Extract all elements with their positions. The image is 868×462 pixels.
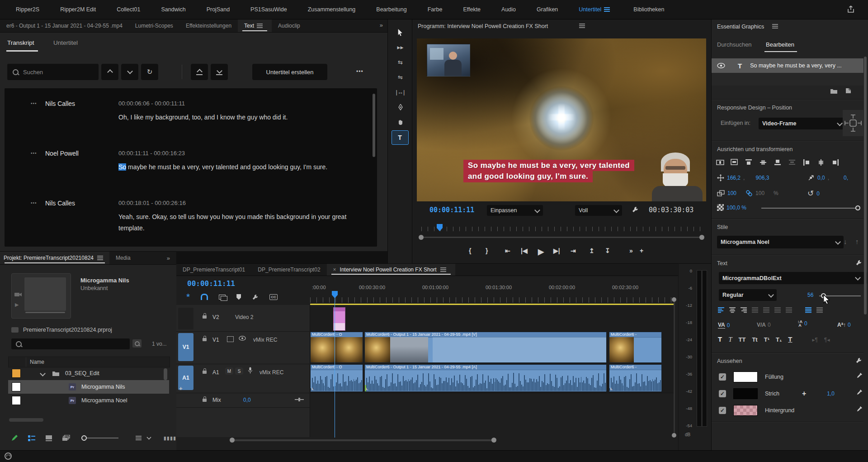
faux-italic-button[interactable]: T <box>728 336 732 343</box>
timeline-timecode[interactable]: 00:00:11:11 <box>187 279 235 288</box>
workspace-item-bearbeitung[interactable]: Bearbeitung <box>376 6 406 13</box>
align-text-right-button[interactable] <box>741 307 747 313</box>
sort-button[interactable] <box>133 437 151 439</box>
automate-to-sequence-button[interactable]: ▮▮▮▮ <box>164 435 176 441</box>
label-color-swatch[interactable] <box>12 369 21 378</box>
audio-clip[interactable]: MultiCorder6 - OL <box>310 364 363 392</box>
opacity-value[interactable]: 100,0 % <box>726 205 746 211</box>
solo-button[interactable]: S <box>235 367 243 375</box>
new-layer-button[interactable] <box>845 87 852 94</box>
appearance-properties-button[interactable] <box>855 357 862 364</box>
workspace-item-untertitel[interactable]: Untertitel <box>579 6 613 13</box>
tab-sequence-1[interactable]: DP_PremiereTranscript01 <box>176 264 251 276</box>
hand-tool[interactable] <box>388 114 413 129</box>
justify-all-button[interactable] <box>786 307 792 313</box>
add-track-button[interactable]: + <box>179 385 183 392</box>
track-a1-header[interactable]: A1 A1 M S vMix REC + <box>176 364 310 393</box>
project-item-microgamma-noel[interactable]: PrMicrogamma Noel <box>8 394 169 407</box>
workspace-item-projsand[interactable]: ProjSand <box>207 6 230 13</box>
audio-clip[interactable]: MultiCorder6 -L <box>609 364 662 392</box>
a1-track-label[interactable]: vMix REC <box>259 369 283 376</box>
add-marker-icon[interactable] <box>236 294 241 300</box>
freeform-view-button[interactable] <box>62 435 71 441</box>
program-timecode[interactable]: 00:00:11:11 <box>429 206 474 214</box>
v2-track-name[interactable]: V2 <box>212 314 219 320</box>
font-dropdown[interactable]: MicrogrammaDBolExt <box>719 272 854 284</box>
mark-in-button[interactable]: { <box>469 247 471 254</box>
hscroll-right-handle[interactable] <box>491 438 496 443</box>
entry-speaker[interactable]: Noel Powell <box>45 150 79 157</box>
list-view-button[interactable] <box>28 435 35 441</box>
project-search-bin-button[interactable] <box>132 339 142 348</box>
entry-menu-button[interactable]: ••• <box>31 151 37 156</box>
track-v2-lane[interactable] <box>310 307 674 332</box>
name-column-header[interactable]: Name <box>30 359 44 365</box>
program-zoom-scrollbar[interactable] <box>419 235 704 239</box>
expand-chevron-icon[interactable] <box>40 371 46 376</box>
track-a1-lane[interactable]: MultiCorder6 - OLMultiCorder6 - Output 1… <box>310 364 674 393</box>
thumbnail-zoom-slider[interactable] <box>81 438 118 438</box>
source-track-icon[interactable] <box>227 336 234 342</box>
responsive-pin-diagram[interactable] <box>843 110 863 136</box>
program-panel-menu-icon[interactable] <box>579 25 585 26</box>
program-time-ruler[interactable] <box>421 227 702 231</box>
valign-top-button[interactable] <box>745 159 753 166</box>
entry-speaker[interactable]: Nils Calles <box>45 100 75 107</box>
v1-track-label[interactable]: vMix REC <box>253 337 277 343</box>
v1-track-name[interactable]: V1 <box>212 337 219 343</box>
project-file-row[interactable]: PremiereTranscript20210824.prproj <box>11 327 112 333</box>
transport-overflow-button[interactable]: » <box>629 247 633 254</box>
timeline-panel-menu-icon[interactable] <box>440 269 446 270</box>
new-layer-folder-button[interactable] <box>830 88 838 94</box>
rolling-edit-tool[interactable]: ⇋ <box>388 70 413 85</box>
vscroll-top-handle[interactable] <box>672 297 676 302</box>
superscript-button[interactable]: T¹ <box>764 336 769 343</box>
video-clip[interactable]: MultiCorder6 - <box>609 332 662 363</box>
creative-cloud-icon[interactable] <box>5 452 12 460</box>
add-button[interactable]: + <box>640 247 643 254</box>
fill-swatch[interactable] <box>733 372 758 382</box>
mix-value[interactable]: 0,0 <box>243 397 251 403</box>
anchor-y-value[interactable]: 0, <box>844 175 848 181</box>
eg-scrollbar[interactable] <box>864 57 867 314</box>
track-eye-icon[interactable] <box>239 336 246 341</box>
captions-menu-icon[interactable]: CC <box>269 294 278 300</box>
pen-tool[interactable] <box>388 100 413 114</box>
tab-sequence-2[interactable]: DP_PremiereTranscript02 <box>251 264 326 276</box>
valign-bottom-button[interactable] <box>774 159 782 166</box>
project-list-header[interactable]: Name <box>8 357 170 367</box>
justify-last-center-button[interactable] <box>763 307 769 313</box>
zoom-slider-knob[interactable] <box>81 435 87 441</box>
type-tool[interactable]: T <box>392 130 409 145</box>
fill-eyedropper-button[interactable] <box>856 372 863 379</box>
zoombar-right-handle[interactable] <box>699 235 704 240</box>
halign-right-button[interactable] <box>832 159 840 166</box>
subscript-button[interactable]: T₁ <box>776 336 782 343</box>
halign-center-button[interactable] <box>817 159 826 166</box>
eg-tab-durchsuchen[interactable]: Durchsuchen <box>717 41 752 48</box>
voiceover-record-icon[interactable] <box>248 367 253 374</box>
workspace-menu-icon[interactable] <box>604 9 610 10</box>
lock-icon[interactable] <box>203 371 207 374</box>
font-weight-dropdown[interactable]: Regular <box>719 289 777 301</box>
extract-button[interactable]: ↧ <box>605 247 610 254</box>
v2-track-label[interactable]: Video 2 <box>235 314 253 320</box>
faux-bold-button[interactable]: T <box>718 335 722 343</box>
baseline-shift-value[interactable]: 0 <box>848 322 851 328</box>
tracking-value[interactable]: 0 <box>727 322 730 329</box>
project-tree-scrollbar[interactable] <box>164 368 167 380</box>
workspace-item-grafiken[interactable]: Grafiken <box>537 6 558 13</box>
mute-button[interactable]: M <box>225 367 233 375</box>
rtl-text-button[interactable]: ▸¶ <box>812 337 817 343</box>
workspace-item-ripper2m-edit[interactable]: Ripper2M Edit <box>60 6 96 13</box>
leading-value[interactable]: 0 <box>804 320 807 327</box>
mark-out-button[interactable]: } <box>486 247 488 254</box>
hscroll-left-handle[interactable] <box>230 438 235 443</box>
stroke-eyedropper-button[interactable] <box>856 389 863 395</box>
video-clip[interactable]: MultiCorder6 - O <box>310 332 363 363</box>
audio-clip[interactable]: MultiCorder6 - Output 1 - 15 Januar 2021… <box>364 364 607 392</box>
next-match-button[interactable] <box>121 64 138 80</box>
entry-menu-button[interactable]: ••• <box>31 200 37 205</box>
workspace-item-collect01[interactable]: Collect01 <box>117 6 140 13</box>
add-stroke-button[interactable]: + <box>802 390 806 398</box>
